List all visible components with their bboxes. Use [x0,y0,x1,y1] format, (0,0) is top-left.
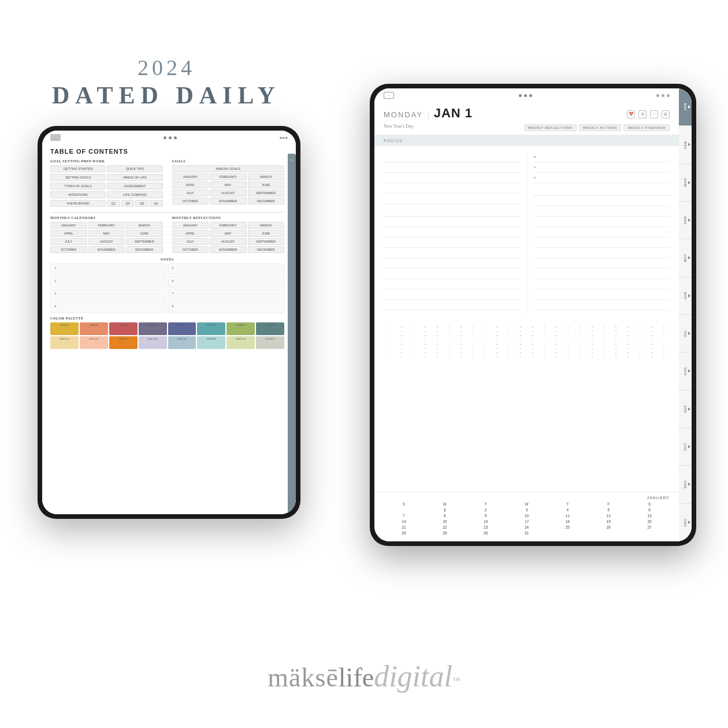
goals-jan[interactable]: JANUARY [172,173,209,180]
cal-day-cell[interactable]: 26 [588,525,629,530]
cal-day-cell[interactable]: 8 [425,513,465,518]
cal-day-cell[interactable]: 27 [629,525,670,530]
month-tab-mar[interactable]: MAR [679,164,692,202]
getting-started-btn[interactable]: GETTING STARTED [50,165,106,172]
goals-jun[interactable]: JUNE [248,181,285,188]
ref-aug[interactable]: AUGUST [210,238,247,245]
cal-day-cell[interactable]: 1 [425,507,465,512]
cal-day-cell[interactable]: 3 [507,507,547,512]
cal-day-cell[interactable]: 25 [547,525,588,530]
ref-sep[interactable]: SEPTEMBER [248,238,285,245]
cal-day-cell[interactable]: 20 [629,519,670,524]
cal-day-cell[interactable]: 16 [466,519,506,524]
heart-icon[interactable]: ♡ [650,110,658,118]
cal-may[interactable]: MAY [88,230,125,237]
note-5[interactable]: 5 [168,263,285,275]
cal-day-cell[interactable]: 10 [507,513,547,518]
cal-mar[interactable]: MARCH [126,222,163,229]
goals-dec[interactable]: DECEMBER [248,198,285,205]
note-3[interactable]: 3 [50,289,167,300]
cal-day-cell[interactable]: 12 [588,513,629,518]
life-compass-btn[interactable]: LIFE COMPASS [107,191,162,198]
weekly-actions-btn[interactable]: WEEKLY ACTIONS [579,124,621,131]
cal-day-cell[interactable]: 13 [629,513,670,518]
assessment-btn[interactable]: ASSESSMENT [107,183,162,190]
goals-may[interactable]: MAY [210,181,247,188]
cal-nov[interactable]: NOVEMBER [88,246,125,253]
ref-apr[interactable]: APRIL [172,230,209,237]
note-4[interactable]: 4 [50,302,167,313]
focus-bar[interactable]: FOCUS [374,135,679,146]
month-tab-may[interactable]: MAY [679,239,692,277]
cal-day-cell[interactable]: 28 [384,530,424,536]
cal-day-cell[interactable]: 15 [425,519,465,524]
cal-day-cell[interactable]: 2 [466,507,506,512]
calendar-icon[interactable]: 📅 [627,110,635,118]
q4-btn[interactable]: Q4 [150,200,163,207]
setting-goals-btn[interactable]: SETTING GOALS [50,174,106,181]
note-8[interactable]: 8 [168,302,285,313]
q3-btn[interactable]: Q3 [135,200,148,207]
goals-apr[interactable]: APRIL [172,181,209,188]
ref-nov[interactable]: NOVEMBER [210,246,247,253]
month-tab-jun[interactable]: JUN [679,277,692,315]
ref-feb[interactable]: FEBRUARY [210,222,247,229]
ref-mar[interactable]: MARCH [248,222,285,229]
cal-day-cell[interactable]: 11 [547,513,588,518]
cal-day-cell[interactable]: 19 [588,519,629,524]
month-tab-feb[interactable]: FEB [679,126,692,164]
cal-day-cell[interactable]: 30 [466,530,506,536]
cal-day-cell[interactable]: 17 [507,519,547,524]
cal-aug[interactable]: AUGUST [88,238,125,245]
cal-dec[interactable]: DECEMBER [126,246,163,253]
month-tab-jan[interactable]: JAN [679,88,692,126]
cal-jan[interactable]: JANUARY [50,222,87,229]
goals-sep[interactable]: SEPTEMBER [248,190,285,196]
goals-oct[interactable]: OCTOBER [172,198,209,205]
cal-day-cell[interactable]: 14 [384,519,424,524]
cal-day-cell[interactable]: 6 [629,507,670,512]
cal-day-cell[interactable]: 4 [547,507,588,512]
note-7[interactable]: 7 [168,289,285,300]
cal-feb[interactable]: FEBRUARY [88,222,125,229]
cal-day-cell[interactable]: 22 [425,525,465,530]
cal-apr[interactable]: APRIL [50,230,87,237]
goals-nov[interactable]: NOVEMBER [210,198,247,205]
month-tab-aug[interactable]: AUG [679,352,692,390]
cal-jun[interactable]: JUNE [126,230,163,237]
ref-jan[interactable]: JANUARY [172,222,209,229]
month-tab-sep[interactable]: SEP [679,391,692,428]
ref-dec[interactable]: DECEMBER [248,246,285,253]
goals-feb[interactable]: FEBRUARY [210,173,247,180]
intentions-btn[interactable]: INTENTIONS [50,191,106,198]
types-goals-btn[interactable]: TYPES OF GOALS [50,183,106,190]
q2-btn[interactable]: Q2 [121,200,135,207]
cal-day-cell[interactable]: 24 [507,525,547,530]
cal-jul[interactable]: JULY [50,238,87,245]
cal-day-cell[interactable]: 23 [466,525,506,530]
note-2[interactable]: 2 [50,276,167,288]
vision-board-btn[interactable]: VISION BOARD [50,200,106,207]
ref-jun[interactable]: JUNE [248,230,285,237]
cal-day-cell[interactable]: 9 [466,513,506,518]
goals-mar[interactable]: MARCH [248,173,285,180]
layout-icon[interactable]: ⊞ [662,110,670,118]
goals-jul[interactable]: JULY [172,190,209,196]
quick-tips-btn[interactable]: QUICK TIPS [107,165,162,172]
weekly-reflections-btn[interactable]: WEEKLY REFLECTIONS [524,124,577,131]
goals-aug[interactable]: AUGUST [210,190,247,196]
month-tab-apr[interactable]: APR [679,202,692,239]
cal-day-cell[interactable]: 31 [507,530,547,536]
month-tab-nov[interactable]: NOV [679,466,692,503]
areas-of-life-btn[interactable]: AREAS OF LIFE [107,174,162,181]
note-6[interactable]: 6 [168,276,285,288]
cal-day-cell[interactable]: 7 [384,513,424,518]
month-tab-dec[interactable]: DEC [679,504,692,541]
settings-icon[interactable]: ⚙ [638,110,647,118]
cal-day-cell[interactable]: 21 [384,525,424,530]
q1-btn[interactable]: Q1 [107,200,120,207]
annual-goals-btn[interactable]: ANNUAL GOALS [172,165,285,172]
month-tab-oct[interactable]: OCT [679,428,692,466]
ref-oct[interactable]: OCTOBER [172,246,209,253]
cal-day-cell[interactable]: 29 [425,530,465,536]
